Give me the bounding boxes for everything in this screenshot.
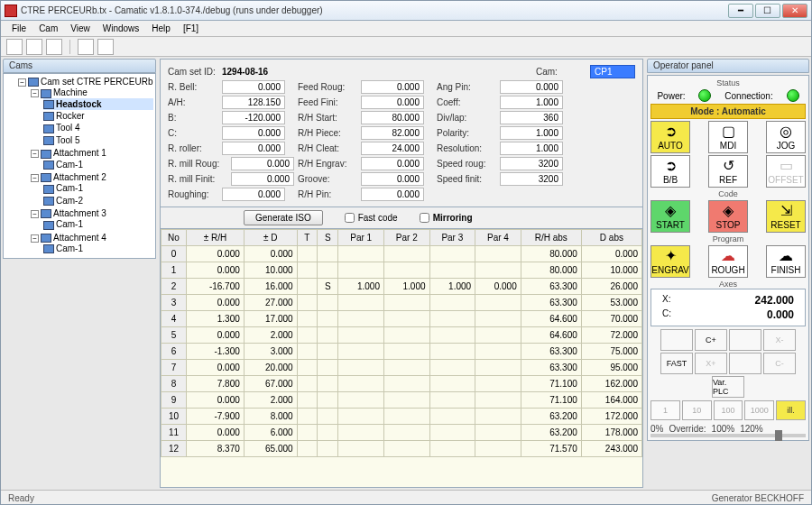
tree-a3c1[interactable]: Cam-1 — [56, 219, 83, 229]
cell-dabs[interactable]: 164.000 — [581, 392, 641, 409]
cell-p1[interactable] — [338, 327, 384, 344]
groove-input[interactable]: 0.000 — [361, 172, 424, 186]
collapse-icon[interactable]: − — [31, 150, 39, 158]
auto-button[interactable]: ➲AUTO — [651, 121, 690, 153]
cell-p3[interactable] — [429, 311, 475, 327]
cell-dabs[interactable]: 70.000 — [581, 311, 641, 327]
cell-t[interactable] — [297, 376, 317, 392]
cell-dabs[interactable]: 162.000 — [581, 376, 641, 392]
cell-p4[interactable] — [475, 262, 521, 279]
feedfini-input[interactable]: 0.000 — [361, 96, 424, 109]
mdi-button[interactable]: ▢MDI — [708, 121, 748, 153]
tree-att3[interactable]: Attachment 3 — [53, 208, 106, 218]
jog-button[interactable]: ◎JOG — [766, 121, 806, 153]
maximize-button[interactable]: ☐ — [755, 4, 780, 18]
jog-cminus[interactable]: C- — [763, 353, 796, 374]
cell-t[interactable] — [297, 425, 317, 441]
collapse-icon[interactable]: − — [18, 78, 26, 87]
tree-a2c2[interactable]: Cam-2 — [56, 196, 83, 206]
cell-s[interactable] — [318, 409, 338, 425]
cell-t[interactable] — [297, 311, 317, 327]
cell-p4[interactable] — [475, 425, 521, 441]
table-row[interactable]: 128.37065.00071.570243.000 — [161, 441, 642, 457]
rroller-input[interactable]: 0.000 — [222, 142, 285, 155]
code-ref-button[interactable]: ↺REF — [708, 155, 748, 188]
cell-p3[interactable] — [429, 344, 475, 360]
cell-p4[interactable]: 0.000 — [475, 279, 521, 295]
feedroug-input[interactable]: 0.000 — [361, 80, 424, 94]
cell-p2[interactable] — [383, 311, 429, 327]
table-row[interactable]: 90.0002.00071.100164.000 — [161, 392, 642, 409]
cell-t[interactable] — [297, 441, 317, 457]
cell-p1[interactable] — [338, 409, 384, 425]
cam-select[interactable]: CP1 — [590, 65, 635, 78]
tree-rocker[interactable]: Rocker — [56, 111, 85, 121]
cell-dabs[interactable]: 26.000 — [581, 279, 641, 295]
cell-s[interactable] — [318, 425, 338, 441]
cell-no[interactable]: 6 — [161, 344, 187, 360]
cell-no[interactable]: 0 — [161, 246, 187, 262]
cell-zd[interactable]: 3.000 — [244, 344, 297, 360]
cell-p2[interactable] — [383, 409, 429, 425]
cell-p2[interactable] — [383, 392, 429, 409]
table-row[interactable]: 41.30017.00064.60070.000 — [161, 311, 642, 327]
table-row[interactable]: 10.00010.00080.00010.000 — [161, 262, 642, 279]
cell-no[interactable]: 2 — [161, 279, 187, 295]
cell-rhabs[interactable]: 63.300 — [521, 295, 581, 311]
cell-zd[interactable]: 2.000 — [244, 327, 297, 344]
cell-s[interactable] — [318, 295, 338, 311]
rhengrav-input[interactable]: 0.000 — [361, 157, 424, 170]
rough-button[interactable]: ☁ROUGH — [708, 245, 748, 278]
cell-p1[interactable] — [338, 425, 384, 441]
table-row[interactable]: 10-7.9008.00063.200172.000 — [161, 409, 642, 425]
table-row[interactable]: 70.00020.00063.30095.000 — [161, 360, 642, 376]
cell-rhabs[interactable]: 64.600 — [521, 311, 581, 327]
cell-zd[interactable]: 8.000 — [244, 409, 297, 425]
cell-s[interactable] — [318, 376, 338, 392]
cell-no[interactable]: 9 — [161, 392, 187, 409]
cell-zd[interactable]: 6.000 — [244, 425, 297, 441]
jog-cplus[interactable]: C+ — [695, 329, 727, 351]
cell-p3[interactable] — [429, 327, 475, 344]
cell-p3[interactable] — [429, 246, 475, 262]
cell-zrh[interactable]: -1.300 — [187, 344, 245, 360]
var-plc-button[interactable]: Var. PLC — [712, 376, 744, 398]
finish-button[interactable]: ☁FINISH — [766, 245, 806, 278]
cell-zrh[interactable]: 1.300 — [187, 311, 245, 327]
c-input[interactable]: 0.000 — [222, 126, 285, 140]
cell-p4[interactable] — [475, 376, 521, 392]
cell-s[interactable] — [318, 360, 338, 376]
cell-p1[interactable] — [338, 311, 384, 327]
cell-no[interactable]: 11 — [161, 425, 187, 441]
toolbar-btn-2[interactable] — [26, 39, 42, 55]
cell-no[interactable]: 1 — [161, 262, 187, 279]
tree-a1c1[interactable]: Cam-1 — [56, 160, 83, 170]
menu-view[interactable]: View — [65, 22, 96, 35]
cell-rhabs[interactable]: 64.600 — [521, 327, 581, 344]
cell-zd[interactable]: 65.000 — [244, 441, 297, 457]
cell-rhabs[interactable]: 80.000 — [521, 246, 581, 262]
cell-p1[interactable] — [338, 262, 384, 279]
cell-dabs[interactable]: 75.000 — [581, 344, 641, 360]
step-1000[interactable]: 1000 — [744, 400, 774, 420]
b-input[interactable]: -120.000 — [222, 111, 285, 124]
cell-zrh[interactable]: 0.000 — [187, 392, 245, 409]
cell-no[interactable]: 7 — [161, 360, 187, 376]
cell-zrh[interactable]: 0.000 — [187, 327, 245, 344]
rbell-input[interactable]: 0.000 — [222, 80, 285, 94]
tree-a2c1[interactable]: Cam-1 — [56, 183, 83, 193]
cell-p1[interactable] — [338, 246, 384, 262]
cell-t[interactable] — [297, 392, 317, 409]
step-ill[interactable]: ill. — [776, 400, 806, 420]
cell-p4[interactable] — [475, 360, 521, 376]
cell-zd[interactable]: 20.000 — [244, 360, 297, 376]
collapse-icon[interactable]: − — [31, 210, 39, 218]
cell-no[interactable]: 5 — [161, 327, 187, 344]
menu-windows[interactable]: Windows — [97, 22, 145, 35]
cell-s[interactable] — [318, 392, 338, 409]
tree-att2[interactable]: Attachment 2 — [53, 172, 106, 182]
cell-dabs[interactable]: 72.000 — [581, 327, 641, 344]
cell-zrh[interactable]: 0.000 — [187, 246, 245, 262]
cell-p2[interactable] — [383, 327, 429, 344]
cell-zrh[interactable]: 0.000 — [187, 262, 245, 279]
